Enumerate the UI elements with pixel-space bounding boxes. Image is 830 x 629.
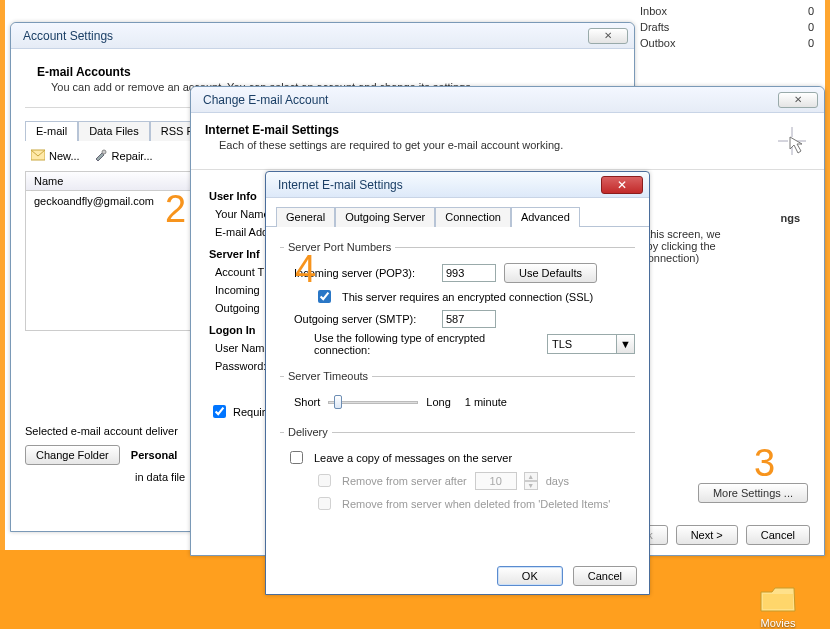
group-label: Server Port Numbers: [284, 241, 395, 253]
days-spinner: ▲▼: [524, 472, 538, 490]
cursor-icon: [774, 123, 810, 159]
folder-label: Movies: [750, 617, 806, 629]
outgoing-port-input[interactable]: [442, 310, 496, 328]
dialog-title: Change E-mail Account: [203, 93, 328, 107]
mailbox-name: Inbox: [632, 3, 667, 19]
leave-copy-checkbox[interactable]: [290, 451, 303, 464]
days-label: days: [546, 475, 569, 487]
svg-rect-6: [763, 594, 793, 609]
incoming-server-label: Incoming server (POP3):: [294, 267, 434, 279]
wizard-heading: Internet E-mail Settings: [205, 123, 563, 137]
dropdown-value: TLS: [552, 338, 572, 350]
titlebar: Account Settings ✕: [11, 23, 634, 49]
short-label: Short: [294, 396, 320, 408]
mailbox-name: Outbox: [632, 35, 675, 51]
remove-after-days-input: [475, 472, 517, 490]
tools-icon: [94, 149, 108, 163]
label: New...: [49, 150, 80, 162]
desktop-folder-movies[interactable]: Movies: [750, 583, 806, 629]
cancel-button[interactable]: Cancel: [573, 566, 637, 586]
folder-icon: [758, 583, 798, 615]
repair-account-button[interactable]: Repair...: [94, 149, 153, 163]
dialog-title: Internet E-mail Settings: [278, 178, 403, 192]
titlebar: Internet E-mail Settings ✕: [266, 172, 649, 198]
encryption-type-dropdown[interactable]: TLS ▼: [547, 334, 635, 354]
encryption-type-label: Use the following type of encrypted conn…: [314, 332, 539, 356]
leave-copy-label: Leave a copy of messages on the server: [314, 452, 512, 464]
mailbox-row[interactable]: Drafts 0: [632, 19, 822, 35]
remove-after-label: Remove from server after: [342, 475, 467, 487]
group-server-timeouts: Server Timeouts Short Long 1 minute: [280, 370, 635, 420]
group-server-ports: Server Port Numbers Incoming server (POP…: [280, 241, 635, 364]
close-button[interactable]: ✕: [601, 176, 643, 194]
close-button[interactable]: ✕: [778, 92, 818, 108]
incoming-port-input[interactable]: [442, 264, 496, 282]
chevron-down-icon: ▼: [616, 335, 634, 353]
label: Repair...: [112, 150, 153, 162]
mailbox-count: 0: [808, 19, 822, 35]
cancel-button[interactable]: Cancel: [746, 525, 810, 545]
use-defaults-button[interactable]: Use Defaults: [504, 263, 597, 283]
mailbox-count: 0: [808, 35, 822, 51]
outgoing-server-label: Outgoing server (SMTP):: [294, 313, 434, 325]
mailbox-list: Inbox 0 Drafts 0 Outbox 0: [632, 3, 822, 51]
internet-email-settings-dialog: Internet E-mail Settings ✕ General Outgo…: [265, 171, 650, 595]
wizard-subheading: Each of these settings are required to g…: [219, 139, 563, 151]
long-label: Long: [426, 396, 450, 408]
mailbox-row[interactable]: Outbox 0: [632, 35, 822, 51]
ssl-checkbox[interactable]: [318, 290, 331, 303]
tab-email[interactable]: E-mail: [25, 121, 78, 141]
more-settings-button[interactable]: More Settings ...: [698, 483, 808, 503]
remove-deleted-checkbox: [318, 497, 331, 510]
mail-icon: [31, 149, 45, 163]
titlebar: Change E-mail Account ✕: [191, 87, 824, 113]
new-account-button[interactable]: New...: [31, 149, 80, 163]
tab-advanced[interactable]: Advanced: [511, 207, 580, 227]
next-button[interactable]: Next >: [676, 525, 738, 545]
tab-connection[interactable]: Connection: [435, 207, 511, 227]
ssl-label: This server requires an encrypted connec…: [342, 291, 593, 303]
dialog-title: Account Settings: [23, 29, 113, 43]
mailbox-count: 0: [808, 3, 822, 19]
group-delivery: Delivery Leave a copy of messages on the…: [280, 426, 635, 521]
tab-general[interactable]: General: [276, 207, 335, 227]
personal-label: Personal: [131, 449, 177, 461]
remove-deleted-label: Remove from server when deleted from 'De…: [342, 498, 610, 510]
heading: E-mail Accounts: [37, 65, 620, 79]
change-folder-button[interactable]: Change Folder: [25, 445, 120, 465]
group-label: Server Timeouts: [284, 370, 372, 382]
require-checkbox[interactable]: [213, 405, 226, 418]
close-button[interactable]: ✕: [588, 28, 628, 44]
svg-point-1: [102, 150, 106, 154]
selected-delivery-label: Selected e-mail account deliver: [25, 425, 178, 437]
tab-row: General Outgoing Server Connection Advan…: [266, 198, 649, 227]
tab-outgoing-server[interactable]: Outgoing Server: [335, 207, 435, 227]
timeout-slider[interactable]: [328, 392, 418, 412]
mailbox-name: Drafts: [632, 19, 669, 35]
group-label: Delivery: [284, 426, 332, 438]
timeout-value: 1 minute: [465, 396, 507, 408]
mailbox-row[interactable]: Inbox 0: [632, 3, 822, 19]
ok-button[interactable]: OK: [497, 566, 563, 586]
remove-after-checkbox: [318, 474, 331, 487]
tab-data-files[interactable]: Data Files: [78, 121, 150, 141]
